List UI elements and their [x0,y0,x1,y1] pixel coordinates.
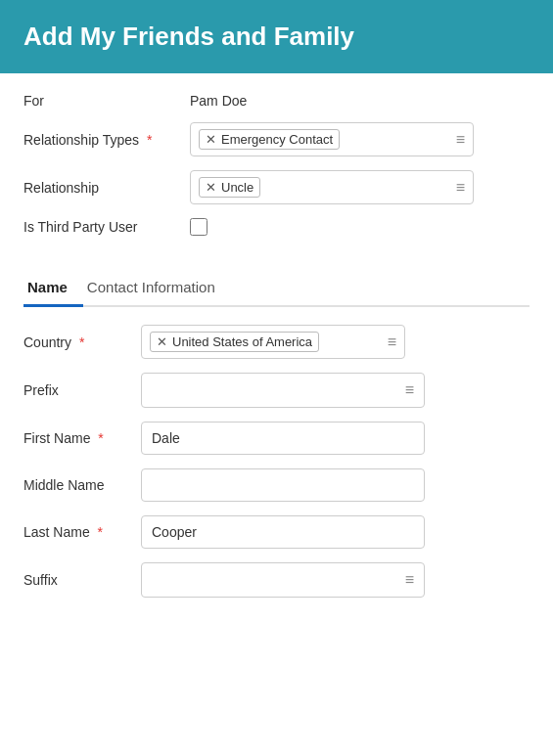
tab-contact-information[interactable]: Contact Information [83,269,231,305]
page-header: Add My Friends and Family [0,0,553,73]
tag-remove-icon[interactable]: ✕ [206,132,216,147]
middle-name-label: Middle Name [23,477,141,493]
last-name-label: Last Name * [23,524,141,540]
last-name-input[interactable] [141,515,425,549]
top-form: For Pam Doe Relationship Types * ✕ Emerg… [0,73,553,259]
third-party-checkbox[interactable] [190,218,207,236]
third-party-row: Is Third Party User [23,218,530,236]
middle-name-input[interactable] [141,468,425,502]
prefix-field[interactable]: ≡ [141,373,425,408]
for-row: For Pam Doe [23,93,530,109]
relationship-type-tag[interactable]: ✕ Emergency Contact [199,129,340,150]
country-label: Country * [23,334,141,350]
relationship-list-icon: ≡ [456,179,465,197]
country-required-star: * [79,334,84,350]
name-tab-content: Country * ✕ United States of America ≡ P… [23,325,530,598]
relationship-row: Relationship ✕ Uncle ≡ [23,170,530,204]
prefix-label: Prefix [23,382,141,398]
suffix-label: Suffix [23,572,141,588]
page-title: Add My Friends and Family [23,22,530,52]
first-name-input[interactable] [141,422,425,455]
tabs-section: Name Contact Information Country * ✕ Uni… [0,269,553,598]
first-name-row: First Name * [23,422,530,455]
relationship-types-row: Relationship Types * ✕ Emergency Contact… [23,122,530,156]
suffix-row: Suffix ≡ [23,562,530,598]
country-tag-label: United States of America [172,334,312,349]
country-field[interactable]: ✕ United States of America ≡ [141,325,405,359]
tabs-row: Name Contact Information [23,269,530,307]
country-tag[interactable]: ✕ United States of America [150,332,319,352]
for-label: For [23,93,190,109]
prefix-row: Prefix ≡ [23,373,530,408]
relationship-types-field[interactable]: ✕ Emergency Contact ≡ [190,122,474,156]
tag-label: Emergency Contact [221,132,333,147]
country-tag-remove-icon[interactable]: ✕ [157,334,167,349]
relationship-tag-label: Uncle [221,180,253,195]
prefix-list-icon: ≡ [405,381,414,399]
relationship-tags: ✕ Uncle [199,177,450,198]
relationship-tag[interactable]: ✕ Uncle [199,177,260,198]
middle-name-row: Middle Name [23,468,530,502]
for-value: Pam Doe [190,93,247,109]
relationship-types-label: Relationship Types * [23,132,190,148]
last-name-required-star: * [98,524,103,540]
relationship-field[interactable]: ✕ Uncle ≡ [190,170,474,204]
required-star: * [147,132,152,148]
last-name-row: Last Name * [23,515,530,549]
third-party-label: Is Third Party User [23,219,190,235]
relationship-label: Relationship [23,180,190,196]
country-row: Country * ✕ United States of America ≡ [23,325,530,359]
suffix-field[interactable]: ≡ [141,562,425,598]
list-icon: ≡ [456,131,465,149]
relationship-tag-remove-icon[interactable]: ✕ [206,180,216,195]
first-name-required-star: * [98,430,103,446]
country-tags: ✕ United States of America [150,332,319,352]
tab-name[interactable]: Name [23,269,83,305]
first-name-label: First Name * [23,430,141,446]
suffix-list-icon: ≡ [405,571,414,589]
relationship-types-tags: ✕ Emergency Contact [199,129,450,150]
country-list-icon: ≡ [388,334,396,351]
